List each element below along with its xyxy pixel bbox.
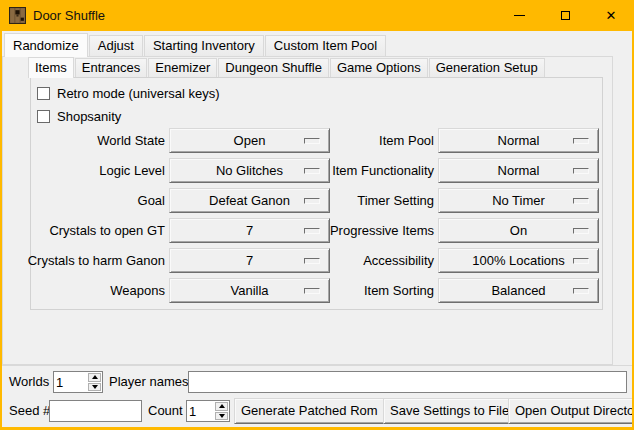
menu-indicator-icon <box>573 228 589 234</box>
shopsanity-checkbox[interactable] <box>37 110 50 123</box>
worlds-label: Worlds <box>9 371 49 393</box>
goal-dropdown[interactable]: Defeat Ganon <box>169 188 330 213</box>
logic-level-dropdown[interactable]: No Glitches <box>169 158 330 183</box>
menu-indicator-icon <box>304 168 320 174</box>
generate-rom-button[interactable]: Generate Patched Rom <box>234 398 385 424</box>
chevron-up-icon <box>92 375 98 379</box>
window-title: Door Shuffle <box>33 0 105 31</box>
crystals-open-gt-value: 7 <box>246 223 253 238</box>
menu-indicator-icon <box>304 138 320 144</box>
items-frame: Retro mode (universal keys) Shopsanity W… <box>30 77 603 310</box>
retro-mode-label: Retro mode (universal keys) <box>57 86 220 102</box>
weapons-dropdown[interactable]: Vanilla <box>169 278 330 303</box>
option-row: Goal Defeat Ganon Timer Setting No Timer <box>31 188 602 213</box>
menu-indicator-icon <box>573 138 589 144</box>
item-pool-value: Normal <box>498 133 540 148</box>
item-pool-dropdown[interactable]: Normal <box>438 128 599 153</box>
option-row: Weapons Vanilla Item Sorting Balanced <box>31 278 602 303</box>
close-button[interactable]: ✕ <box>588 0 634 31</box>
titlebar[interactable]: Door Shuffle ✕ <box>0 0 634 31</box>
world-state-dropdown[interactable]: Open <box>169 128 330 153</box>
item-pool-label: Item Pool <box>379 128 434 153</box>
timer-setting-dropdown[interactable]: No Timer <box>438 188 599 213</box>
menu-indicator-icon <box>573 288 589 294</box>
progressive-items-value: On <box>510 223 527 238</box>
worlds-spinner[interactable] <box>53 371 103 393</box>
goal-value: Defeat Ganon <box>209 193 290 208</box>
worlds-spinner-arrows <box>88 373 101 391</box>
crystals-harm-ganon-value: 7 <box>246 253 253 268</box>
tab-dungeon-shuffle[interactable]: Dungeon Shuffle <box>218 58 329 77</box>
seed-input[interactable] <box>49 400 142 422</box>
crystals-harm-ganon-label: Crystals to harm Ganon <box>28 248 165 273</box>
chevron-up-icon <box>219 404 225 408</box>
spinner-up-button[interactable] <box>88 373 101 382</box>
item-sorting-value: Balanced <box>491 283 545 298</box>
menu-indicator-icon <box>304 258 320 264</box>
count-spinner-arrows <box>215 402 228 420</box>
chevron-down-icon <box>219 414 225 418</box>
option-row: Crystals to open GT 7 Progressive Items … <box>31 218 602 243</box>
inner-tab-bar: Items Entrances Enemizer Dungeon Shuffle… <box>28 57 546 77</box>
tab-adjust[interactable]: Adjust <box>89 35 143 56</box>
menu-indicator-icon <box>304 198 320 204</box>
open-output-button[interactable]: Open Output Directory <box>508 398 634 424</box>
weapons-value: Vanilla <box>230 283 268 298</box>
chevron-down-icon <box>92 385 98 389</box>
accessibility-label: Accessibility <box>363 248 434 273</box>
option-row: Crystals to harm Ganon 7 Accessibility 1… <box>31 248 602 273</box>
player-names-label: Player names <box>109 371 188 393</box>
retro-mode-checkbox[interactable] <box>37 87 50 100</box>
seed-label: Seed # <box>9 400 50 422</box>
tab-items[interactable]: Items <box>28 57 74 78</box>
logic-level-label: Logic Level <box>99 158 165 183</box>
menu-indicator-icon <box>573 168 589 174</box>
item-functionality-dropdown[interactable]: Normal <box>438 158 599 183</box>
accessibility-dropdown[interactable]: 100% Locations <box>438 248 599 273</box>
tab-generation-setup[interactable]: Generation Setup <box>429 58 545 77</box>
shopsanity-label: Shopsanity <box>57 109 121 125</box>
world-state-value: Open <box>234 133 266 148</box>
tab-custom-item-pool[interactable]: Custom Item Pool <box>265 35 386 56</box>
outer-tab-bar: Randomize Adjust Starting Inventory Cust… <box>4 33 387 56</box>
spinner-down-button[interactable] <box>88 383 101 392</box>
maximize-icon <box>561 11 570 20</box>
world-state-label: World State <box>97 128 165 153</box>
progressive-items-dropdown[interactable]: On <box>438 218 599 243</box>
option-row: Logic Level No Glitches Item Functionali… <box>31 158 602 183</box>
save-settings-button[interactable]: Save Settings to File <box>383 398 516 424</box>
tab-entrances[interactable]: Entrances <box>75 58 148 77</box>
item-sorting-dropdown[interactable]: Balanced <box>438 278 599 303</box>
goal-label: Goal <box>138 188 165 213</box>
menu-indicator-icon <box>573 198 589 204</box>
item-functionality-label: Item Functionality <box>332 158 434 183</box>
timer-setting-label: Timer Setting <box>357 188 434 213</box>
count-label: Count <box>148 400 183 422</box>
count-spinner[interactable] <box>186 400 230 422</box>
option-row: World State Open Item Pool Normal <box>31 128 602 153</box>
progressive-items-label: Progressive Items <box>330 218 434 243</box>
tab-enemizer[interactable]: Enemizer <box>148 58 217 77</box>
tab-randomize[interactable]: Randomize <box>4 33 88 57</box>
spinner-up-button[interactable] <box>215 402 228 411</box>
timer-setting-value: No Timer <box>492 193 545 208</box>
count-input[interactable] <box>189 402 215 420</box>
weapons-label: Weapons <box>110 278 165 303</box>
crystals-open-gt-label: Crystals to open GT <box>49 218 165 243</box>
tab-starting-inventory[interactable]: Starting Inventory <box>144 35 264 56</box>
player-names-input[interactable] <box>188 371 627 393</box>
minimize-icon <box>514 15 525 16</box>
item-functionality-value: Normal <box>498 163 540 178</box>
menu-indicator-icon <box>304 228 320 234</box>
tab-game-options[interactable]: Game Options <box>330 58 428 77</box>
item-sorting-label: Item Sorting <box>364 278 434 303</box>
crystals-open-gt-dropdown[interactable]: 7 <box>169 218 330 243</box>
crystals-harm-ganon-dropdown[interactable]: 7 <box>169 248 330 273</box>
door-icon <box>9 7 26 24</box>
minimize-button[interactable] <box>496 0 542 31</box>
spinner-down-button[interactable] <box>215 412 228 421</box>
menu-indicator-icon <box>304 288 320 294</box>
maximize-button[interactable] <box>542 0 588 31</box>
worlds-input[interactable] <box>56 373 82 391</box>
bottom-bar: Worlds Player names Seed # Count Generat… <box>2 365 632 427</box>
